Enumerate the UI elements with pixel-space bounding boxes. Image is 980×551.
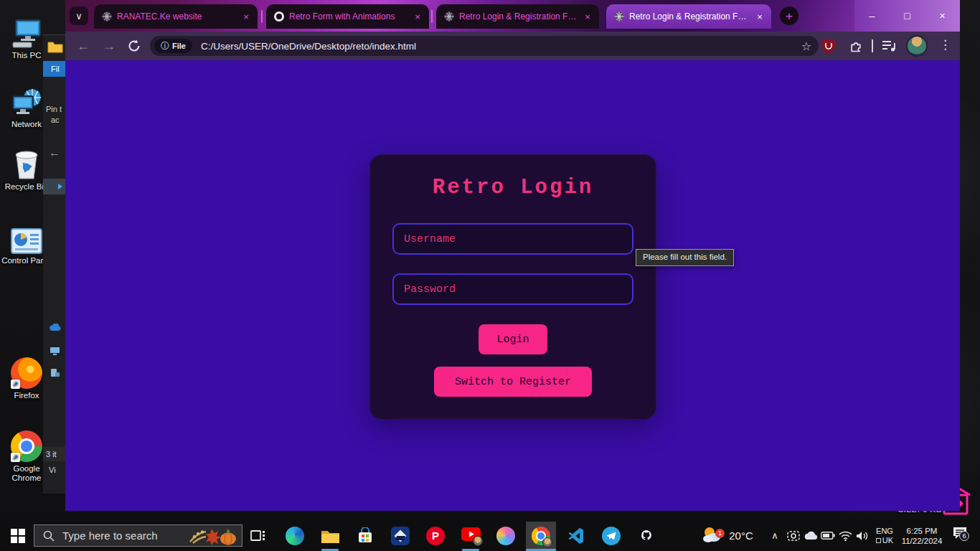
tab-separator — [261, 10, 263, 23]
new-tab-button[interactable]: + — [780, 6, 798, 25]
keyboard-layout-icon — [876, 538, 881, 543]
shortcut-arrow-icon: ↗ — [11, 453, 20, 462]
clock[interactable]: 6:25 PM 11/22/2024 — [898, 520, 946, 551]
info-icon: ⓘ — [161, 40, 169, 52]
browser-toolbar: ← → ⓘ File C:/Users/USER/OneDrive/Deskto… — [65, 32, 960, 60]
device-mini-icon[interactable] — [50, 368, 60, 377]
language-indicator[interactable]: ENG UK — [871, 520, 898, 551]
tab-strip: ∨ RANATEC.Ke website × Retro Form with A… — [65, 0, 960, 32]
globe-favicon — [101, 11, 113, 22]
explorer-bottom-label: Vi — [49, 466, 56, 474]
temperature-label[interactable]: 20°C — [725, 520, 758, 551]
explorer-status-bar: 3 it — [43, 447, 65, 461]
taskbar-youtube-icon[interactable] — [454, 520, 487, 551]
ublock-extension-icon[interactable] — [820, 37, 837, 55]
back-icon[interactable]: ← — [77, 39, 90, 53]
site-info-chip[interactable]: ⓘ File — [154, 39, 192, 53]
tab-close-icon[interactable]: × — [581, 10, 594, 23]
tab-retro-login-active[interactable]: Retro Login & Registration Form × — [606, 4, 771, 29]
media-playlist-icon[interactable] — [880, 37, 897, 55]
chatgpt-favicon — [274, 11, 284, 22]
minimize-button[interactable]: – — [854, 0, 890, 32]
login-button[interactable]: Login — [479, 324, 547, 354]
explorer-file-menu[interactable]: Fil — [43, 61, 65, 77]
desktop: This PC Network Recycle Bin Control Pane… — [0, 0, 980, 551]
browser-window: ∨ RANATEC.Ke website × Retro Form with A… — [65, 0, 960, 511]
date-label: 11/22/2024 — [902, 536, 943, 546]
notification-center-button[interactable]: 6 — [946, 520, 977, 551]
taskbar-pinterest-icon[interactable]: P — [419, 520, 452, 551]
toolbar-separator — [872, 39, 873, 52]
tab-title: Retro Login & Registration Form — [629, 11, 749, 22]
notification-count-badge: 6 — [959, 531, 969, 541]
reload-icon[interactable] — [127, 39, 141, 53]
url-text: C:/Users/USER/OneDrive/Desktop/reto/inde… — [201, 41, 416, 52]
tab-title: Retro Form with Animations — [289, 11, 407, 22]
taskbar-edge-icon[interactable] — [278, 520, 311, 551]
taskbar-copilot-icon[interactable] — [489, 520, 522, 551]
taskbar-github-icon[interactable] — [630, 520, 663, 551]
close-button[interactable]: × — [925, 0, 960, 32]
taskbar: P — [0, 520, 980, 551]
switch-to-register-button[interactable]: Switch to Register — [434, 367, 592, 397]
this-pc-mini-icon[interactable] — [50, 347, 60, 356]
start-button[interactable] — [1, 520, 34, 551]
window-controls: – □ × — [854, 0, 960, 32]
account-badge — [473, 536, 483, 546]
file-badge: File — [172, 42, 186, 50]
extensions-puzzle-icon[interactable] — [847, 37, 864, 55]
weather-alert-badge: 1 — [715, 529, 725, 538]
explorer-pin-text: Pin t ac — [46, 104, 62, 126]
onedrive-icon[interactable] — [49, 324, 62, 332]
browser-menu-icon[interactable]: ⋮ — [939, 37, 951, 52]
taskbar-telegram-icon[interactable] — [595, 520, 628, 551]
globe-favicon — [613, 11, 625, 22]
username-input[interactable] — [392, 223, 633, 255]
globe-favicon — [443, 11, 455, 22]
weather-icon[interactable]: 1 — [697, 520, 726, 551]
task-view-button[interactable] — [242, 520, 275, 551]
account-badge — [542, 537, 552, 547]
login-card: Retro Login Login Switch to Register — [369, 154, 656, 420]
explorer-back-icon[interactable]: ← — [49, 146, 60, 159]
file-explorer-window-sliver: Fil Pin t ac ← 3 it Vi — [43, 34, 65, 494]
taskbar-vscode-icon[interactable] — [560, 520, 593, 551]
tab-close-icon[interactable]: × — [753, 10, 766, 23]
tab-close-icon[interactable]: × — [240, 10, 253, 23]
explorer-selected-row[interactable] — [43, 179, 65, 194]
tab-close-icon[interactable]: × — [411, 10, 424, 23]
page-title: Retro Login — [369, 176, 656, 199]
search-input[interactable] — [62, 529, 187, 542]
forward-icon[interactable]: → — [103, 39, 116, 53]
taskbar-store-icon[interactable] — [349, 520, 382, 551]
tray-chevron-icon[interactable]: ∧ — [765, 520, 785, 551]
maximize-button[interactable]: □ — [890, 0, 925, 32]
tab-search-button[interactable]: ∨ — [70, 6, 88, 25]
tab-ranatec[interactable]: RANATEC.Ke website × — [94, 4, 258, 29]
taskbar-inkscape-icon[interactable] — [384, 520, 417, 551]
address-bar[interactable]: ⓘ File C:/Users/USER/OneDrive/Desktop/re… — [150, 36, 819, 56]
shortcut-arrow-icon: ↗ — [11, 380, 20, 389]
profile-avatar[interactable] — [906, 35, 928, 57]
taskbar-file-explorer-icon[interactable] — [314, 520, 347, 551]
volume-icon[interactable] — [852, 520, 872, 551]
tab-retro-form[interactable]: Retro Form with Animations × — [266, 4, 429, 29]
tab-retro-login-1[interactable]: Retro Login & Registration Form × — [436, 4, 599, 29]
bookmark-star-icon[interactable]: ☆ — [801, 39, 811, 53]
page-viewport: Retro Login Login Switch to Register Ple… — [65, 60, 960, 511]
time-label: 6:25 PM — [902, 526, 943, 536]
taskbar-chrome-icon[interactable] — [524, 520, 557, 551]
autumn-decoration-icon — [187, 526, 239, 546]
validation-tooltip: Please fill out this field. — [636, 249, 734, 266]
tab-separator — [431, 10, 433, 23]
folder-icon — [47, 40, 63, 53]
tab-title: Retro Login & Registration Form — [459, 11, 577, 22]
tab-title: RANATEC.Ke website — [117, 11, 235, 22]
taskbar-search[interactable] — [34, 524, 242, 547]
search-icon — [43, 530, 55, 542]
password-input[interactable] — [392, 273, 633, 305]
